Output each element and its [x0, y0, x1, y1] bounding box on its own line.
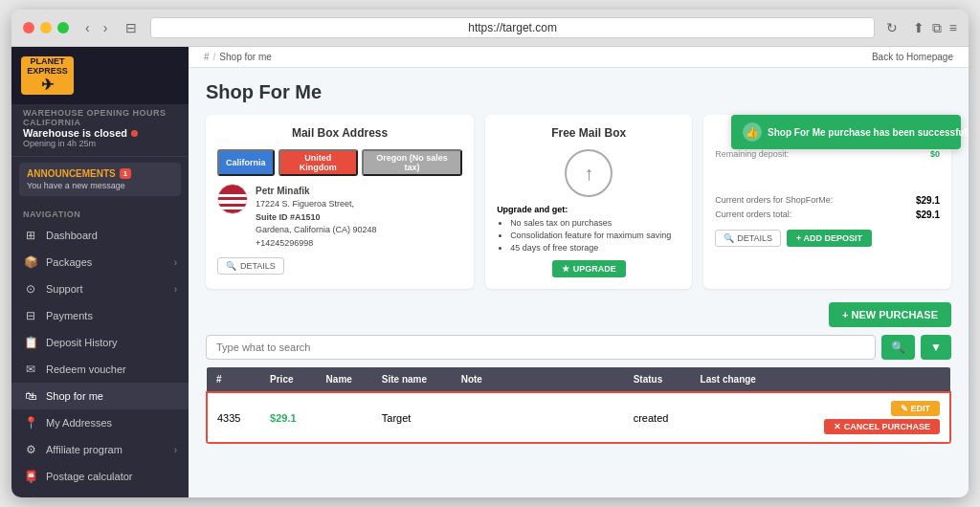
sidebar-item-dashboard[interactable]: ⊞ Dashboard	[11, 222, 189, 249]
sidebar-item-payments[interactable]: ⊟ Payments	[11, 302, 189, 329]
back-to-homepage-link[interactable]: Back to Homepage	[872, 52, 953, 62]
traffic-lights	[23, 22, 69, 33]
total-amount: $29.1	[916, 209, 940, 220]
sidebar-toggle-button[interactable]: ≡	[949, 20, 957, 36]
duplicate-button[interactable]: ⧉	[932, 20, 942, 36]
edit-button[interactable]: ✎ EDIT	[891, 401, 940, 416]
maximize-button[interactable]	[57, 22, 69, 33]
row-id: 4335	[207, 392, 260, 443]
search-icon: 🔍	[226, 261, 236, 271]
freebox-benefits-list: No sales tax on purchases Consolidation …	[497, 218, 680, 253]
us-flag-icon	[217, 184, 248, 214]
freebox-card: Free Mail Box ↑ Upgrade and get: No sale…	[485, 115, 692, 289]
col-actions	[783, 367, 950, 392]
col-price: Price	[260, 367, 317, 392]
cancel-purchase-button[interactable]: ✕ CANCEL PURCHASE	[824, 419, 940, 434]
mailbox-details-button[interactable]: 🔍 DETAILS	[217, 257, 284, 275]
sidebar-item-label: Affiliate program	[46, 444, 122, 455]
voucher-icon: ✉	[23, 363, 38, 376]
table-body: 4335 $29.1 Target created ✎ EDIT ✕ CANCE…	[207, 392, 950, 443]
search-button[interactable]: 🔍	[881, 335, 915, 360]
logo-line2: EXPRESS	[27, 67, 68, 77]
chevron-right-icon: ›	[174, 284, 177, 295]
address-line1: 17224 S. Figueroa Street,	[256, 198, 377, 211]
row-status: created	[624, 392, 691, 443]
forward-button[interactable]: ›	[99, 18, 113, 37]
support-icon: ⊙	[23, 282, 38, 296]
breadcrumb-home-link[interactable]: #	[204, 52, 210, 62]
row-note	[452, 392, 624, 443]
sidebar-item-label: Deposit History	[46, 337, 118, 348]
reload-icon[interactable]: ↻	[886, 20, 898, 35]
address-bar[interactable]	[150, 17, 874, 38]
mailbox-card: Mail Box Address California United Kingd…	[206, 115, 474, 289]
sidebar-item-postage-calculator[interactable]: 📮 Postage calculator	[11, 463, 189, 490]
address-suite: Suite ID #A1510	[256, 211, 377, 225]
minimize-button[interactable]	[40, 22, 52, 33]
shop-icon: 🛍	[23, 389, 38, 403]
sidebar-item-label: Postage calculator	[46, 471, 133, 482]
sidebar-item-label: Redeem voucher	[46, 364, 126, 375]
address-details: Petr Minafik 17224 S. Figueroa Street, S…	[256, 184, 377, 250]
tab-overview-button[interactable]: ⊟	[120, 18, 143, 37]
announcements-area[interactable]: ANNOUNCEMENTS 1 You have a new message	[19, 163, 181, 196]
search-input[interactable]	[206, 335, 876, 360]
affiliate-icon: ⚙	[23, 443, 38, 456]
benefit-2: Consolidation feature for maximum saving	[510, 231, 680, 240]
announcements-header: ANNOUNCEMENTS 1	[27, 168, 173, 179]
actions-bar: + NEW PURCHASE	[206, 302, 951, 327]
filter-button[interactable]: ▼	[921, 335, 951, 360]
breadcrumb-current: Shop for me	[219, 52, 271, 62]
tab-oregon[interactable]: Oregon (No sales tax)	[362, 149, 462, 176]
freebox-card-title: Free Mail Box	[497, 126, 680, 140]
add-deposit-button[interactable]: + ADD DEPOSIT	[787, 230, 872, 247]
browser-actions: ⬆ ⧉ ≡	[913, 20, 957, 36]
sidebar-item-my-addresses[interactable]: 📍 My Addresses	[11, 409, 189, 436]
tab-uk[interactable]: United Kingdom	[278, 149, 358, 176]
browser-titlebar: ‹ › ⊟ ↻ ⬆ ⧉ ≡	[11, 10, 969, 47]
sidebar-item-affiliate[interactable]: ⚙ Affiliate program ›	[11, 436, 189, 463]
deposit-details-button[interactable]: 🔍 DETAILS	[715, 230, 781, 247]
benefit-1: No sales tax on purchases	[510, 218, 680, 228]
deposit-remaining-row: Remaining deposit: $0	[715, 149, 940, 159]
row-price: $29.1	[260, 392, 317, 443]
page-title: Shop For Me	[206, 81, 951, 103]
address-phone: +14245296998	[256, 237, 377, 251]
row-action-buttons: ✎ EDIT ✕ CANCEL PURCHASE	[792, 401, 940, 434]
sidebar-item-support[interactable]: ⊙ Support ›	[11, 276, 189, 302]
chevron-right-icon: ›	[174, 445, 177, 455]
purchases-table: # Price Name Site name Note Status Last …	[206, 367, 951, 444]
tab-california[interactable]: California	[217, 149, 275, 176]
sidebar: PLANET EXPRESS ✈ WAREHOUSE OPENING HOURS…	[11, 47, 189, 497]
star-icon: ★	[562, 264, 569, 274]
announcements-badge: 1	[120, 168, 131, 179]
sidebar-item-announcements[interactable]: 📣 Announcements	[11, 490, 189, 497]
row-site: Target	[372, 392, 452, 443]
sidebar-item-label: My Addresses	[46, 417, 112, 429]
sidebar-item-label: Shop for me	[46, 390, 103, 402]
sidebar-item-shop-for-me[interactable]: 🛍 Shop for me	[11, 383, 189, 409]
sidebar-item-deposit-history[interactable]: 📋 Deposit History	[11, 329, 189, 356]
mailbox-address-row: Petr Minafik 17224 S. Figueroa Street, S…	[217, 184, 462, 250]
breadcrumb: # / Shop for me Back to Homepage	[189, 47, 969, 68]
new-purchase-button[interactable]: + NEW PURCHASE	[829, 302, 951, 327]
packages-icon: 📦	[23, 255, 38, 269]
sidebar-item-redeem-voucher[interactable]: ✉ Redeem voucher	[11, 356, 189, 383]
sidebar-item-packages[interactable]: 📦 Packages ›	[11, 249, 189, 276]
deposit-card: Deposit Remaining deposit: $0 👍 Shop For…	[703, 115, 951, 289]
nav-arrows: ‹ ›	[80, 18, 112, 37]
share-button[interactable]: ⬆	[913, 20, 924, 36]
notification-text: Shop For Me purchase has been successful…	[768, 127, 969, 138]
col-site: Site name	[372, 367, 452, 392]
back-button[interactable]: ‹	[80, 18, 95, 37]
announcements-label: ANNOUNCEMENTS	[27, 168, 116, 179]
upgrade-button[interactable]: ★ UPGRADE	[552, 260, 626, 277]
warehouse-opening: Opening in 4h 25m	[23, 139, 177, 148]
status-dot-icon	[131, 130, 138, 137]
col-id: #	[207, 367, 260, 392]
calculator-icon: 📮	[23, 470, 38, 483]
close-button[interactable]	[23, 22, 34, 33]
search-row: 🔍 ▼	[206, 335, 951, 360]
announcements-nav-icon: 📣	[23, 496, 38, 497]
table-header: # Price Name Site name Note Status Last …	[207, 367, 950, 392]
